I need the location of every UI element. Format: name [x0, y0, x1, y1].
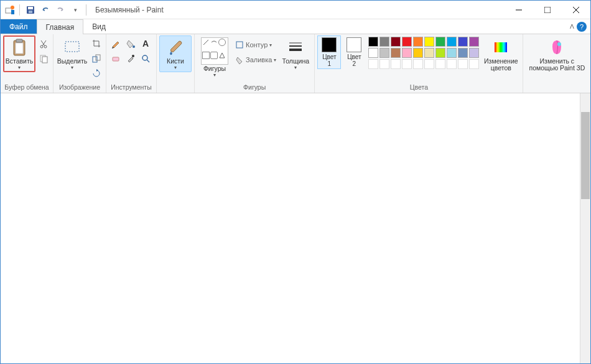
svg-rect-16 [42, 57, 47, 63]
group-clipboard: Вставить ▾ Буфер обмена [1, 34, 54, 93]
group-colors: Цвет 1 Цвет 2 Изменение цветов Цвета [315, 34, 523, 93]
eyedropper-icon[interactable] [124, 52, 137, 65]
close-button[interactable] [562, 1, 590, 19]
palette-custom-slot[interactable] [391, 59, 401, 69]
group-clipboard-label: Буфер обмена [3, 82, 50, 93]
palette-color[interactable] [458, 48, 468, 58]
color2-label: Цвет 2 [347, 54, 361, 67]
svg-rect-11 [16, 43, 23, 54]
palette-custom-slot[interactable] [424, 59, 434, 69]
qat-customize-icon[interactable]: ▾ [68, 3, 82, 17]
group-brushes-label [159, 82, 192, 93]
palette-custom-slot[interactable] [368, 59, 378, 69]
canvas[interactable] [1, 93, 590, 363]
brush-icon [165, 37, 185, 57]
minimize-button[interactable] [505, 1, 533, 19]
group-paint3d: Изменить с помощью Paint 3D [523, 34, 590, 93]
palette-color[interactable] [435, 48, 445, 58]
thickness-label: Толщина [282, 58, 309, 65]
palette-color[interactable] [458, 37, 468, 47]
svg-rect-28 [236, 42, 243, 48]
copy-icon[interactable] [37, 52, 50, 65]
svg-line-25 [147, 60, 149, 62]
redo-icon[interactable] [54, 3, 67, 17]
select-button[interactable]: Выделить ▾ [56, 35, 88, 72]
cut-icon[interactable] [37, 37, 50, 50]
ribbon-collapse-icon[interactable]: ᐱ [570, 23, 574, 30]
tab-file[interactable]: Файл [1, 19, 37, 34]
palette-color[interactable] [402, 37, 412, 47]
maximize-button[interactable] [533, 1, 562, 19]
palette-color[interactable] [424, 48, 434, 58]
color1-button[interactable]: Цвет 1 [317, 35, 341, 69]
svg-point-20 [133, 45, 135, 48]
svg-point-13 [40, 45, 43, 48]
group-shapes: Фигуры ▾ Контур▾ Заливка▾ Толщина [195, 34, 315, 93]
pencil-icon[interactable] [109, 37, 123, 50]
caret-down-icon: ▾ [294, 65, 297, 70]
crop-icon[interactable] [90, 37, 103, 50]
paste-label: Вставить [6, 58, 34, 65]
magnifier-icon[interactable] [139, 52, 152, 65]
palette-color[interactable] [368, 48, 378, 58]
color2-button[interactable]: Цвет 2 [342, 35, 366, 69]
svg-rect-7 [544, 7, 551, 13]
palette-color[interactable] [447, 48, 457, 58]
vertical-scrollbar[interactable] [580, 93, 590, 363]
tab-view[interactable]: Вид [83, 19, 114, 34]
palette-color[interactable] [402, 48, 412, 58]
edit-colors-button[interactable]: Изменение цветов [482, 35, 520, 73]
palette-color[interactable] [435, 37, 445, 47]
svg-point-14 [44, 45, 47, 48]
eraser-icon[interactable] [109, 52, 123, 65]
palette-custom-slot[interactable] [413, 59, 423, 69]
palette-color[interactable] [391, 48, 401, 58]
save-icon[interactable] [24, 3, 37, 17]
undo-icon[interactable] [39, 3, 52, 17]
fill-icon[interactable] [124, 37, 137, 50]
thickness-icon [286, 37, 305, 57]
palette-color[interactable] [413, 37, 423, 47]
brushes-label: Кисти [167, 58, 184, 65]
palette-color[interactable] [469, 48, 479, 58]
rotate-icon[interactable] [90, 67, 103, 80]
palette-color[interactable] [469, 37, 479, 47]
palette-color[interactable] [379, 37, 389, 47]
palette-custom-slot[interactable] [458, 59, 468, 69]
group-brushes: Кисти ▾ [157, 34, 195, 93]
palette-custom-slot[interactable] [435, 59, 445, 69]
svg-line-26 [203, 40, 208, 45]
ribbon: Вставить ▾ Буфер обмена Выделить ▾ [1, 34, 590, 93]
tab-home[interactable]: Главная [37, 19, 84, 34]
palette-custom-slot[interactable] [402, 59, 412, 69]
svg-rect-32 [495, 42, 507, 52]
brushes-button[interactable]: Кисти ▾ [159, 35, 192, 72]
outline-button[interactable]: Контур▾ [233, 38, 278, 52]
help-icon[interactable]: ? [577, 22, 587, 32]
palette-custom-slot[interactable] [447, 59, 457, 69]
paint3d-button[interactable]: Изменить с помощью Paint 3D [526, 35, 588, 73]
svg-text:A: A [142, 39, 149, 49]
group-image: Выделить ▾ Изображение [54, 34, 106, 93]
palette-color[interactable] [447, 37, 457, 47]
resize-icon[interactable] [90, 52, 103, 65]
palette-color[interactable] [379, 48, 389, 58]
palette-color[interactable] [424, 37, 434, 47]
palette-color[interactable] [391, 37, 401, 47]
scrollbar-thumb[interactable] [581, 112, 590, 199]
edit-colors-icon [491, 37, 511, 57]
palette-custom-slot[interactable] [469, 59, 479, 69]
svg-rect-19 [96, 55, 100, 60]
paste-button[interactable]: Вставить ▾ [3, 35, 35, 72]
palette-custom-slot[interactable] [379, 59, 389, 69]
thickness-button[interactable]: Толщина ▾ [279, 35, 312, 72]
fill-button[interactable]: Заливка▾ [233, 53, 278, 67]
select-rect-icon [62, 37, 82, 57]
palette-color[interactable] [413, 48, 423, 58]
caret-down-icon: ▾ [174, 65, 177, 70]
svg-marker-27 [220, 53, 225, 58]
text-icon[interactable]: A [139, 37, 152, 50]
ribbon-tabs: Файл Главная Вид ᐱ ? [1, 19, 590, 34]
palette-color[interactable] [368, 37, 378, 47]
shapes-gallery[interactable]: Фигуры ▾ [197, 35, 232, 80]
